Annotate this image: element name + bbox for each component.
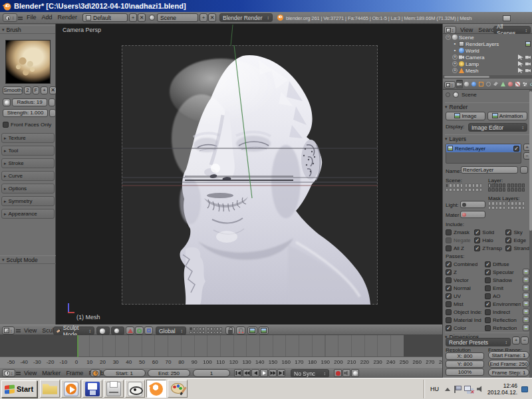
tab-scene[interactable] (464, 80, 470, 88)
expand-toggle-icon[interactable]: − (446, 35, 451, 40)
layer-cell[interactable] (216, 331, 219, 334)
checkbox-box[interactable]: ✓ (485, 301, 491, 307)
remove-preset-button[interactable]: − (521, 336, 529, 344)
timeline-menu-view[interactable]: View (21, 368, 39, 376)
render-icon[interactable] (525, 68, 531, 73)
layer-cell[interactable] (511, 206, 513, 210)
outliner-item-lamp[interactable]: +Lamp (443, 61, 532, 67)
add-brush-button[interactable]: + (41, 86, 48, 94)
layer-cell[interactable] (210, 327, 213, 331)
layer-cell[interactable] (499, 188, 501, 192)
collapse-menus-icon[interactable] (16, 372, 21, 375)
checkbox-object-index[interactable]: Object Index (446, 308, 484, 316)
jump-to-end-button[interactable] (277, 369, 285, 377)
layer-cell[interactable] (213, 327, 216, 331)
outliner-item-camera[interactable]: +Camera (443, 54, 532, 61)
checkbox-zmask[interactable]: Zmask (446, 228, 471, 236)
tab-physics[interactable] (529, 80, 532, 88)
sculpt-mode-panel-header[interactable]: ▾ Sculpt Mode (0, 255, 56, 264)
add-scene-button[interactable]: + (200, 13, 207, 22)
timeline-menu-frame[interactable]: Frame (63, 368, 86, 376)
layer-cell[interactable] (495, 206, 498, 210)
checkbox-box[interactable] (446, 237, 452, 243)
layer-cell[interactable] (216, 327, 219, 331)
checkbox-box[interactable]: ✓ (505, 245, 511, 251)
manipulator-toggle-button[interactable] (126, 327, 134, 334)
checkbox-box[interactable]: ✓ (446, 293, 452, 299)
checkbox-box[interactable]: ✓ (485, 269, 491, 275)
hide-icons-chevron[interactable] (445, 388, 450, 391)
image-icon[interactable] (525, 41, 531, 47)
menu-file[interactable]: File (24, 12, 39, 21)
exclude-pass-button[interactable] (523, 277, 529, 283)
checkbox-box[interactable] (485, 285, 491, 291)
strength-slider[interactable]: Strength: 1.000 (3, 109, 48, 117)
checkbox-box[interactable] (446, 277, 452, 283)
outliner-item-renderlayers[interactable]: •RenderLayers (443, 41, 532, 47)
editor-type-button[interactable]: ↕ (2, 327, 15, 334)
checkbox-mist[interactable]: Mist (446, 300, 484, 308)
taskbar-app-folder[interactable] (40, 380, 60, 398)
delete-layout-button[interactable]: ✕ (138, 13, 146, 22)
pin-icon[interactable] (446, 92, 450, 97)
layer-cell[interactable] (219, 331, 222, 334)
editor-type-button[interactable]: ↕ (3, 13, 17, 22)
shelf-panel-tool[interactable]: ▸Tool (1, 146, 55, 156)
checkbox-box[interactable]: ✓ (446, 261, 452, 267)
layer-cell[interactable] (499, 206, 501, 210)
current-frame-field[interactable]: 1 (193, 369, 230, 377)
expand-toggle-icon[interactable]: + (452, 55, 458, 60)
window-titlebar[interactable]: Blender* [C:\Users\3d\2012-04-10\nadhazi… (0, 0, 532, 12)
checkbox-box[interactable]: ✓ (474, 245, 480, 251)
scrollbar-thumb[interactable] (529, 91, 532, 231)
checkbox-box[interactable]: ✓ (505, 229, 511, 235)
layer-cell[interactable] (515, 206, 517, 210)
layer-cell[interactable] (503, 206, 505, 210)
shelf-panel-stroke[interactable]: ▸Stroke (1, 158, 55, 168)
collapse-menus-icon[interactable] (18, 17, 23, 20)
layer-cell[interactable] (193, 327, 196, 331)
checkbox-box[interactable]: ✓ (446, 325, 452, 331)
layer-cell[interactable] (511, 201, 513, 205)
render-engine-dropdown[interactable]: Blender Render↕ (219, 13, 273, 22)
layer-cell[interactable] (495, 201, 498, 205)
checkbox-color[interactable]: ✓Color (446, 324, 484, 332)
outliner-item-world[interactable]: •World (443, 47, 532, 54)
rotate-manipulator-button[interactable] (135, 327, 144, 334)
layer-cell[interactable] (507, 206, 510, 210)
exclude-pass-button[interactable] (523, 317, 529, 323)
viewport-menu-view[interactable]: View (21, 325, 39, 334)
layer-cell[interactable] (491, 184, 494, 188)
checkbox-vector[interactable]: Vector (446, 276, 484, 284)
radius-unit-button[interactable] (3, 98, 11, 106)
editor-type-button[interactable]: ↕ (2, 369, 15, 377)
audio-sync-button[interactable] (342, 369, 350, 377)
play-reverse-button[interactable] (251, 369, 259, 377)
layer-cell[interactable] (479, 184, 482, 188)
scale-manipulator-button[interactable] (144, 327, 153, 334)
layer-cell[interactable] (207, 327, 209, 331)
resolution-x-slider[interactable]: X: 800 (446, 352, 484, 360)
checkbox-environment[interactable]: ✓Environment (485, 300, 529, 308)
exclude-pass-button[interactable] (523, 285, 529, 291)
resolution-y-slider[interactable]: Y: 800 (446, 360, 484, 368)
play-button[interactable] (260, 369, 268, 377)
checkbox-box[interactable]: ✓ (446, 269, 452, 275)
layer-cell[interactable] (199, 331, 201, 334)
render-animation-button[interactable]: Animation (487, 112, 527, 120)
sync-dropdown[interactable]: No Sync↕ (291, 369, 329, 378)
checkbox-combined[interactable]: ✓Combined (446, 260, 484, 268)
start-frame-field[interactable]: Start: 1 (103, 369, 146, 377)
network-disconnected-icon[interactable] (464, 386, 473, 393)
scrollbar-thumb[interactable] (444, 76, 489, 78)
render-image-button[interactable]: Image (446, 112, 485, 120)
outliner-item-mesh[interactable]: +Mesh (443, 67, 532, 74)
sculpted-head-model[interactable] (122, 45, 378, 305)
shelf-panel-curve[interactable]: ▸Curve (1, 171, 55, 181)
render-icon[interactable] (525, 55, 531, 60)
next-keyframe-button[interactable] (269, 369, 277, 377)
layer-cell[interactable] (507, 184, 510, 188)
outliner-filter-dropdown[interactable]: All Scenes↕ (493, 26, 531, 34)
editor-type-button[interactable]: ↕ (444, 26, 456, 34)
pivot-dropdown[interactable] (111, 327, 124, 335)
